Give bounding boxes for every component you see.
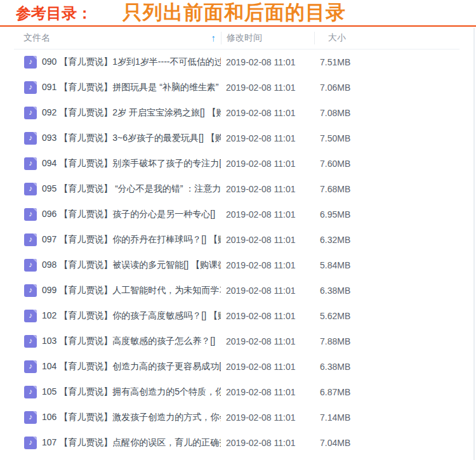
file-name-cell[interactable]: ♪ 102 【育儿贾说】你的孩子高度敏感吗？[] 【购课... <box>14 310 221 322</box>
file-name-cell[interactable]: ♪ 093 【育儿贾说】3~6岁孩子的最爱玩具[] 【购课... <box>14 132 221 145</box>
file-name[interactable]: 095 【育儿贾说】 “分心不是我的错” ：注意力... <box>42 183 221 195</box>
file-name-cell[interactable]: ♪ 092 【育儿贾说】2岁 开启宝宝涂鸦之旅[] 【购课... <box>14 107 221 119</box>
file-name[interactable]: 094 【育儿贾说】别亲手破坏了孩子的专注力[] 【... <box>42 158 221 169</box>
file-table: 文件名 ↑ 修改时间 大小 ♪ 090 【育儿贾说】1岁到1岁半----不可低估… <box>0 27 476 456</box>
file-name[interactable]: 104 【育儿贾说】创造力高的孩子更容易成功[] 【... <box>42 361 221 372</box>
dogear-fold-icon <box>33 437 37 440</box>
file-name-cell[interactable]: ♪ 105 【育儿贾说】拥有高创造力的5个特质，你家... <box>14 386 221 398</box>
music-note-icon: ♪ <box>29 134 32 141</box>
file-name-cell[interactable]: ♪ 096 【育儿贾说】孩子的分心是另一种专心[] 【购... <box>14 208 221 221</box>
file-size: 6.38MB <box>314 286 459 296</box>
file-modified-time: 2019-02-08 11:01 <box>221 209 314 220</box>
file-name-cell[interactable]: ♪ 094 【育儿贾说】别亲手破坏了孩子的专注力[] 【... <box>14 157 221 170</box>
file-name[interactable]: 103 【育儿贾说】高度敏感的孩子怎么养？[] 【购... <box>42 336 221 347</box>
file-size: 5.84MB <box>314 260 459 270</box>
file-name[interactable]: 093 【育儿贾说】3~6岁孩子的最爱玩具[] 【购课... <box>42 133 221 144</box>
table-row[interactable]: ♪ 104 【育儿贾说】创造力高的孩子更容易成功[] 【... 2019-02-… <box>14 354 459 379</box>
file-size: 7.68MB <box>314 184 459 194</box>
file-name-cell[interactable]: ♪ 103 【育儿贾说】高度敏感的孩子怎么养？[] 【购... <box>14 335 221 348</box>
column-header-modified[interactable]: 修改时间 <box>221 32 314 44</box>
file-size: 7.88MB <box>314 336 459 346</box>
music-note-icon: ♪ <box>29 286 32 294</box>
audio-file-icon: ♪ <box>24 310 37 322</box>
music-note-icon: ♪ <box>29 58 32 65</box>
file-modified-time: 2019-02-08 11:01 <box>221 387 314 397</box>
dogear-fold-icon <box>33 233 37 237</box>
music-note-icon: ♪ <box>29 235 32 243</box>
file-name[interactable]: 105 【育儿贾说】拥有高创造力的5个特质，你家... <box>42 386 221 398</box>
music-note-icon: ♪ <box>29 261 32 268</box>
audio-file-icon: ♪ <box>24 386 37 398</box>
music-note-icon: ♪ <box>29 413 32 421</box>
table-row[interactable]: ♪ 107 【育儿贾说】点醒你的误区，育儿的正确打... 2019-02-08 … <box>14 430 459 456</box>
audio-file-icon: ♪ <box>24 284 37 297</box>
music-note-icon: ♪ <box>29 312 32 319</box>
file-name[interactable]: 090 【育儿贾说】1岁到1岁半----不可低估的过... <box>42 56 221 68</box>
file-name[interactable]: 106 【育儿贾说】激发孩子创造力的方式，你会... <box>42 412 221 423</box>
file-name-cell[interactable]: ♪ 104 【育儿贾说】创造力高的孩子更容易成功[] 【... <box>14 360 221 373</box>
file-modified-time: 2019-02-08 11:01 <box>221 57 314 67</box>
vertical-scrollbar[interactable] <box>473 28 475 460</box>
column-header-size[interactable]: 大小 <box>314 32 459 44</box>
dogear-fold-icon <box>33 360 37 364</box>
audio-file-icon: ♪ <box>24 437 37 449</box>
table-row[interactable]: ♪ 103 【育儿贾说】高度敏感的孩子怎么养？[] 【购... 2019-02-… <box>14 329 459 354</box>
table-row[interactable]: ♪ 098 【育儿贾说】被误读的多元智能[] 【购课微信... 2019-02-… <box>14 253 459 278</box>
table-row[interactable]: ♪ 090 【育儿贾说】1岁到1岁半----不可低估的过... 2019-02-… <box>14 49 459 75</box>
table-row[interactable]: ♪ 105 【育儿贾说】拥有高创造力的5个特质，你家... 2019-02-08… <box>14 379 459 405</box>
music-note-icon: ♪ <box>29 362 32 370</box>
audio-file-icon: ♪ <box>24 56 37 69</box>
file-name-cell[interactable]: ♪ 097 【育儿贾说】你的乔丹在打棒球吗？[] 【购课... <box>14 233 221 246</box>
file-table-header: 文件名 ↑ 修改时间 大小 <box>14 27 459 49</box>
dogear-fold-icon <box>33 183 37 187</box>
audio-file-icon: ♪ <box>24 259 37 272</box>
table-row[interactable]: ♪ 106 【育儿贾说】激发孩子创造力的方式，你会... 2019-02-08 … <box>14 405 459 430</box>
file-name-cell[interactable]: ♪ 098 【育儿贾说】被误读的多元智能[] 【购课微信... <box>14 259 221 272</box>
file-name[interactable]: 091 【育儿贾说】拼图玩具是 “补脑的维生素” []... <box>42 82 221 93</box>
music-note-icon: ♪ <box>29 388 32 395</box>
file-name[interactable]: 098 【育儿贾说】被误读的多元智能[] 【购课微信... <box>42 260 221 271</box>
dogear-fold-icon <box>33 107 37 110</box>
file-name[interactable]: 092 【育儿贾说】2岁 开启宝宝涂鸦之旅[] 【购课... <box>42 107 221 119</box>
file-size: 7.51MB <box>314 57 459 67</box>
file-name[interactable]: 096 【育儿贾说】孩子的分心是另一种专心[] 【购... <box>42 209 221 220</box>
file-size: 6.95MB <box>314 209 459 220</box>
dogear-fold-icon <box>33 132 37 136</box>
file-name[interactable]: 107 【育儿贾说】点醒你的误区，育儿的正确打... <box>42 437 221 449</box>
file-table-body: ♪ 090 【育儿贾说】1岁到1岁半----不可低估的过... 2019-02-… <box>14 49 459 456</box>
file-modified-time: 2019-02-08 11:01 <box>221 133 314 143</box>
file-modified-time: 2019-02-08 11:01 <box>221 82 314 93</box>
file-modified-time: 2019-02-08 11:01 <box>221 235 314 245</box>
dogear-fold-icon <box>33 56 37 60</box>
sort-ascending-icon[interactable]: ↑ <box>211 33 216 43</box>
dogear-fold-icon <box>33 386 37 390</box>
table-row[interactable]: ♪ 093 【育儿贾说】3~6岁孩子的最爱玩具[] 【购课... 2019-02… <box>14 126 459 151</box>
file-name-cell[interactable]: ♪ 099 【育儿贾说】人工智能时代，为未知而学习[]... <box>14 284 221 297</box>
table-row[interactable]: ♪ 094 【育儿贾说】别亲手破坏了孩子的专注力[] 【... 2019-02-… <box>14 151 459 176</box>
file-name[interactable]: 099 【育儿贾说】人工智能时代，为未知而学习[]... <box>42 285 221 296</box>
file-name-cell[interactable]: ♪ 091 【育儿贾说】拼图玩具是 “补脑的维生素” []... <box>14 81 221 94</box>
table-row[interactable]: ♪ 091 【育儿贾说】拼图玩具是 “补脑的维生素” []... 2019-02… <box>14 75 459 100</box>
table-row[interactable]: ♪ 102 【育儿贾说】你的孩子高度敏感吗？[] 【购课... 2019-02-… <box>14 303 459 329</box>
table-row[interactable]: ♪ 097 【育儿贾说】你的乔丹在打棒球吗？[] 【购课... 2019-02-… <box>14 227 459 253</box>
dogear-fold-icon <box>33 81 37 85</box>
file-name[interactable]: 102 【育儿贾说】你的孩子高度敏感吗？[] 【购课... <box>42 310 221 322</box>
file-name-cell[interactable]: ♪ 107 【育儿贾说】点醒你的误区，育儿的正确打... <box>14 437 221 449</box>
file-name[interactable]: 097 【育儿贾说】你的乔丹在打棒球吗？[] 【购课... <box>42 234 221 246</box>
banner-label: 参考目录： <box>16 1 92 25</box>
audio-file-icon: ♪ <box>24 233 37 246</box>
table-row[interactable]: ♪ 092 【育儿贾说】2岁 开启宝宝涂鸦之旅[] 【购课... 2019-02… <box>14 100 459 126</box>
column-header-name[interactable]: 文件名 ↑ <box>14 27 221 49</box>
table-row[interactable]: ♪ 095 【育儿贾说】 “分心不是我的错” ：注意力... 2019-02-0… <box>14 176 459 202</box>
file-name-cell[interactable]: ♪ 090 【育儿贾说】1岁到1岁半----不可低估的过... <box>14 56 221 69</box>
audio-file-icon: ♪ <box>24 132 37 145</box>
audio-file-icon: ♪ <box>24 360 37 373</box>
file-modified-time: 2019-02-08 11:01 <box>221 311 314 321</box>
table-row[interactable]: ♪ 099 【育儿贾说】人工智能时代，为未知而学习[]... 2019-02-0… <box>14 278 459 303</box>
file-modified-time: 2019-02-08 11:01 <box>221 159 314 169</box>
table-row[interactable]: ♪ 096 【育儿贾说】孩子的分心是另一种专心[] 【购... 2019-02-… <box>14 202 459 227</box>
column-header-name-label: 文件名 <box>23 32 50 44</box>
file-name-cell[interactable]: ♪ 106 【育儿贾说】激发孩子创造力的方式，你会... <box>14 411 221 424</box>
audio-file-icon: ♪ <box>24 157 37 170</box>
file-name-cell[interactable]: ♪ 095 【育儿贾说】 “分心不是我的错” ：注意力... <box>14 183 221 195</box>
